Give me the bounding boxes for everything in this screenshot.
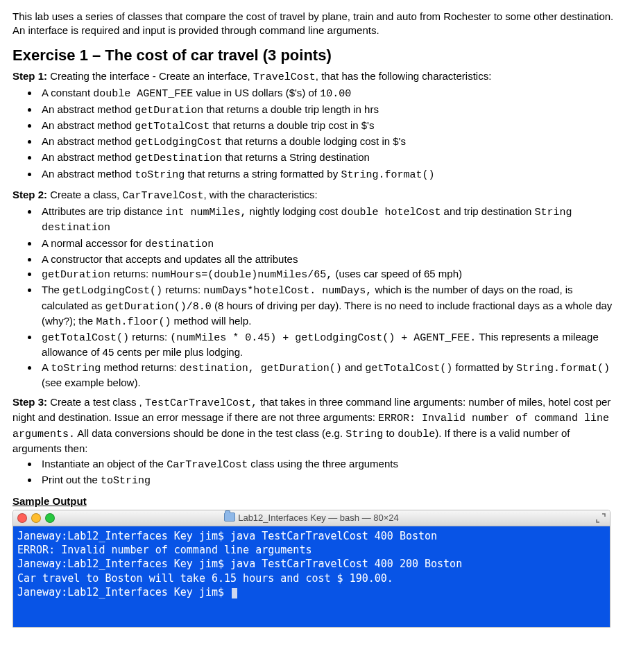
list-item: getTotalCost() returns: (numMiles * 0.45… [39, 330, 620, 360]
close-icon[interactable] [17, 513, 27, 523]
expand-icon[interactable] [596, 513, 606, 523]
list-item: Print out the toString [39, 473, 620, 488]
list-item: Attributes are trip distance int numMile… [39, 205, 620, 236]
code-travelcost: TravelCost [253, 71, 316, 83]
list-item: An abstract method getLodgingCost that r… [39, 135, 620, 150]
step-2-list: Attributes are trip distance int numMile… [39, 205, 620, 390]
list-item: An abstract method getDestination that r… [39, 150, 620, 166]
step-1-text-b: , that has the following characteristics… [316, 70, 491, 82]
list-item: An abstract method getTotalCost that ret… [39, 119, 620, 134]
intro-paragraph: This lab uses a series of classes that c… [12, 10, 620, 38]
sample-output-heading: Sample Output [12, 494, 620, 508]
terminal-line: Janeway:Lab12_Interfaces Key jim$ java T… [17, 558, 462, 570]
terminal-line: Janeway:Lab12_Interfaces Key jim$ [17, 586, 230, 598]
terminal-line: Janeway:Lab12_Interfaces Key jim$ java T… [17, 530, 437, 542]
list-item: An abstract method getDuration that retu… [39, 103, 620, 118]
terminal-title: Lab12_Interfaces Key — bash — 80×24 [13, 512, 610, 524]
list-item: Instantiate an object of the CarTravelCo… [39, 457, 620, 472]
step-3-list: Instantiate an object of the CarTravelCo… [39, 457, 620, 489]
terminal-window: Lab12_Interfaces Key — bash — 80×24 Jane… [12, 510, 610, 628]
terminal-body[interactable]: Janeway:Lab12_Interfaces Key jim$ java T… [13, 526, 610, 627]
step-1-text-a: Creating the interface - Create an inter… [47, 70, 253, 82]
folder-icon [224, 512, 235, 522]
terminal-line: Car travel to Boston will take 6.15 hour… [17, 572, 393, 585]
step-1-label: Step 1: [12, 70, 47, 82]
list-item: An abstract method toString that returns… [39, 167, 620, 182]
list-item: The getLodgingCost() returns: numDays*ho… [39, 283, 620, 329]
step-2: Step 2: Create a class, CarTravelCost, w… [12, 188, 620, 203]
terminal-line: ERROR: Invalid number of command line ar… [17, 544, 311, 556]
step-3: Step 3: Create a test class , TestCarTra… [12, 395, 620, 456]
step-1: Step 1: Creating the interface - Create … [12, 69, 620, 85]
list-item: A constructor that accepts and updates a… [39, 252, 620, 266]
step-2-label: Step 2: [12, 189, 47, 200]
step-1-list: A constant double AGENT_FEE value in US … [39, 86, 620, 182]
list-item: A toString method returns: destination, … [39, 361, 620, 390]
minimize-icon[interactable] [31, 513, 41, 523]
step-3-label: Step 3: [12, 396, 47, 408]
terminal-titlebar: Lab12_Interfaces Key — bash — 80×24 [13, 510, 610, 526]
list-item: A normal accessor for destination [39, 236, 620, 252]
cursor-icon [232, 588, 237, 598]
exercise-1-heading: Exercise 1 – The cost of car travel (3 p… [12, 45, 620, 66]
list-item: A constant double AGENT_FEE value in US … [39, 86, 620, 101]
list-item: getDuration returns: numHours=(double)nu… [39, 267, 620, 282]
zoom-icon[interactable] [45, 513, 55, 523]
